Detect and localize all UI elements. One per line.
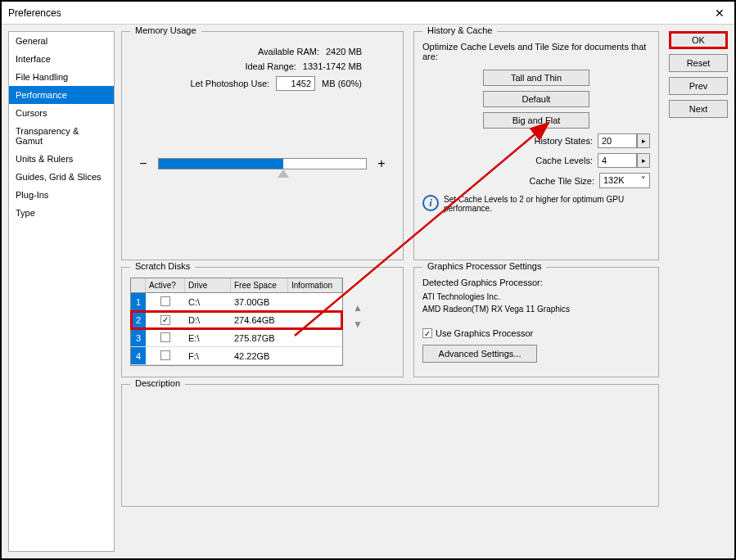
scratch-disks-table: Active? Drive Free Space Information 1 C… xyxy=(130,278,343,366)
cache-levels-stepper[interactable]: ▸ xyxy=(637,153,650,168)
memory-slider[interactable] xyxy=(158,158,367,169)
use-gpu-label: Use Graphics Processor xyxy=(436,328,533,338)
photoshop-use-label: Let Photoshop Use: xyxy=(190,79,269,88)
prev-button[interactable]: Prev xyxy=(669,77,728,95)
info-icon: i xyxy=(422,195,439,211)
window-title: Preferences xyxy=(8,7,61,19)
sidebar-item-general[interactable]: General xyxy=(9,32,114,50)
sidebar-item-units-rulers[interactable]: Units & Rulers xyxy=(9,150,114,168)
cache-tile-size-label: Cache Tile Size: xyxy=(530,176,594,186)
history-states-input[interactable] xyxy=(598,133,637,148)
sidebar-item-plugins[interactable]: Plug-Ins xyxy=(9,186,114,204)
description-group: Description xyxy=(121,384,659,507)
th-free: Free Space xyxy=(231,278,288,292)
gpu-model: AMD Radeon(TM) RX Vega 11 Graphics xyxy=(422,305,650,314)
reset-button[interactable]: Reset xyxy=(669,54,728,72)
sidebar-item-file-handling[interactable]: File Handling xyxy=(9,68,114,86)
th-info: Information xyxy=(288,278,342,292)
gpu-settings-legend: Graphics Processor Settings xyxy=(422,261,546,271)
active-checkbox[interactable] xyxy=(160,350,170,360)
move-down-button[interactable]: ▼ xyxy=(351,318,364,332)
move-up-button[interactable]: ▲ xyxy=(351,302,364,315)
available-ram-value: 2420 MB xyxy=(326,47,362,56)
photoshop-use-suffix: MB (60%) xyxy=(322,79,362,88)
sidebar: General Interface File Handling Performa… xyxy=(8,31,115,552)
slider-fill xyxy=(159,159,283,169)
memory-usage-legend: Memory Usage xyxy=(130,25,201,35)
cache-levels-label: Cache Levels: xyxy=(535,156,593,165)
available-ram-label: Available RAM: xyxy=(258,47,319,56)
history-states-stepper[interactable]: ▸ xyxy=(637,133,650,148)
slider-decrease-button[interactable]: − xyxy=(137,156,150,171)
big-flat-button[interactable]: Big and Flat xyxy=(483,112,589,129)
sidebar-item-transparency-gamut[interactable]: Transparency & Gamut xyxy=(9,122,114,150)
titlebar: Preferences ✕ xyxy=(2,2,734,25)
table-row[interactable]: 1 C:\ 37.00GB xyxy=(131,293,342,311)
next-button[interactable]: Next xyxy=(669,100,728,118)
table-row[interactable]: 4 F:\ 42.22GB xyxy=(131,347,342,365)
ok-button[interactable]: OK xyxy=(669,31,728,49)
memory-usage-group: Memory Usage Available RAM: 2420 MB Idea… xyxy=(121,31,404,260)
gpu-settings-group: Graphics Processor Settings Detected Gra… xyxy=(413,267,659,377)
cache-tile-size-select[interactable]: 132K ˅ xyxy=(599,173,650,188)
chevron-down-icon: ˅ xyxy=(641,175,646,186)
close-button[interactable]: ✕ xyxy=(711,5,728,21)
sidebar-item-interface[interactable]: Interface xyxy=(9,50,114,68)
tall-thin-button[interactable]: Tall and Thin xyxy=(483,70,589,86)
scratch-disks-legend: Scratch Disks xyxy=(130,261,195,271)
sidebar-item-performance[interactable]: Performance xyxy=(9,86,114,104)
cache-levels-input[interactable] xyxy=(598,153,637,168)
slider-increase-button[interactable]: + xyxy=(375,156,388,171)
active-checkbox[interactable] xyxy=(160,296,170,306)
sidebar-item-type[interactable]: Type xyxy=(9,204,114,222)
description-legend: Description xyxy=(130,378,185,388)
photoshop-use-input[interactable] xyxy=(276,76,315,91)
table-row[interactable]: 2 ✓ D:\ 274.64GB xyxy=(131,311,342,329)
use-gpu-checkbox[interactable]: ✓ xyxy=(422,328,432,338)
sidebar-item-guides-grid-slices[interactable]: Guides, Grid & Slices xyxy=(9,168,114,186)
default-button[interactable]: Default xyxy=(483,91,589,107)
active-checkbox[interactable] xyxy=(160,332,170,342)
th-drive: Drive xyxy=(185,278,231,292)
history-cache-description: Optimize Cache Levels and Tile Size for … xyxy=(422,42,650,61)
detected-gpu-label: Detected Graphics Processor: xyxy=(422,278,650,287)
slider-handle-icon[interactable] xyxy=(278,169,289,178)
table-row[interactable]: 3 E:\ 275.87GB xyxy=(131,329,342,347)
sidebar-item-cursors[interactable]: Cursors xyxy=(9,104,114,122)
cache-info-text: Set Cache Levels to 2 or higher for opti… xyxy=(444,195,650,213)
gpu-vendor: ATI Technologies Inc. xyxy=(422,292,650,301)
active-checkbox[interactable]: ✓ xyxy=(160,315,170,325)
history-cache-legend: History & Cache xyxy=(422,25,497,35)
advanced-settings-button[interactable]: Advanced Settings... xyxy=(422,345,537,363)
ideal-range-label: Ideal Range: xyxy=(245,61,296,71)
th-active: Active? xyxy=(146,278,185,292)
history-states-label: History States: xyxy=(534,136,593,146)
history-cache-group: History & Cache Optimize Cache Levels an… xyxy=(413,31,659,260)
scratch-disks-group: Scratch Disks Active? Drive Free Space I… xyxy=(121,267,404,377)
ideal-range-value: 1331-1742 MB xyxy=(303,61,362,71)
